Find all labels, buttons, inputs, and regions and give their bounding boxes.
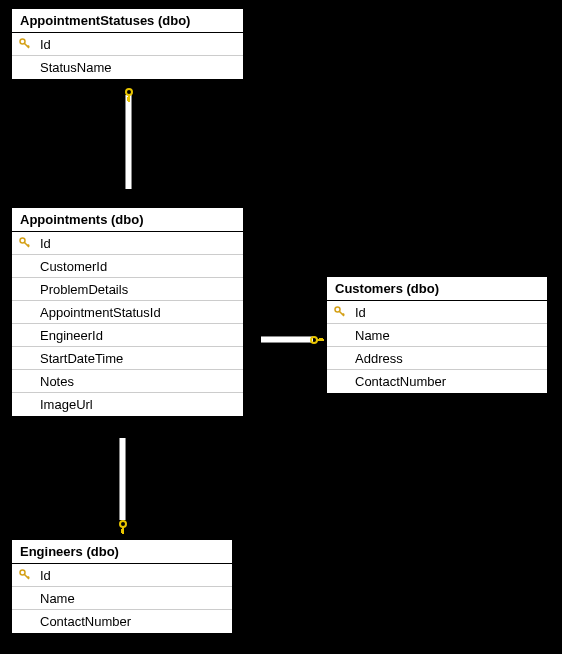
column-name: Address bbox=[349, 351, 403, 366]
foreign-key-icon bbox=[121, 88, 137, 104]
column-name: ContactNumber bbox=[349, 374, 446, 389]
table-row[interactable]: Address bbox=[327, 347, 547, 370]
infinity-icon bbox=[123, 190, 134, 193]
table-row[interactable]: AppointmentStatusId bbox=[12, 301, 243, 324]
svg-point-3 bbox=[20, 570, 25, 575]
connector-line bbox=[119, 438, 126, 520]
primary-key-icon bbox=[331, 306, 349, 318]
primary-key-icon bbox=[16, 38, 34, 50]
column-name: CustomerId bbox=[34, 259, 107, 274]
table-row[interactable]: ImageUrl bbox=[12, 393, 243, 416]
table-row[interactable]: Name bbox=[327, 324, 547, 347]
primary-key-icon bbox=[16, 569, 34, 581]
table-header: AppointmentStatuses (dbo) bbox=[12, 9, 243, 33]
table-row[interactable]: StatusName bbox=[12, 56, 243, 79]
primary-key-icon bbox=[16, 237, 34, 249]
svg-point-4 bbox=[126, 89, 132, 95]
foreign-key-icon bbox=[115, 520, 131, 536]
table-row[interactable]: ProblemDetails bbox=[12, 278, 243, 301]
column-name: Id bbox=[34, 37, 51, 52]
svg-point-0 bbox=[20, 39, 25, 44]
column-name: ContactNumber bbox=[34, 614, 131, 629]
column-name: ProblemDetails bbox=[34, 282, 128, 297]
table-header: Appointments (dbo) bbox=[12, 208, 243, 232]
column-name: Notes bbox=[34, 374, 74, 389]
column-name: StatusName bbox=[34, 60, 112, 75]
connector-line bbox=[125, 95, 132, 189]
column-name: Name bbox=[34, 591, 75, 606]
foreign-key-icon bbox=[310, 332, 326, 348]
table-appointments[interactable]: Appointments (dbo) Id CustomerId Problem… bbox=[11, 207, 244, 417]
column-name: AppointmentStatusId bbox=[34, 305, 161, 320]
column-name: EngineerId bbox=[34, 328, 103, 343]
table-row[interactable]: ContactNumber bbox=[12, 610, 232, 633]
infinity-icon bbox=[249, 335, 252, 346]
svg-point-6 bbox=[120, 521, 126, 527]
table-customers[interactable]: Customers (dbo) Id Name Address ContactN… bbox=[326, 276, 548, 394]
table-row[interactable]: CustomerId bbox=[12, 255, 243, 278]
table-engineers[interactable]: Engineers (dbo) Id Name ContactNumber bbox=[11, 539, 233, 634]
svg-point-5 bbox=[311, 337, 317, 343]
infinity-icon bbox=[117, 426, 128, 429]
svg-point-1 bbox=[20, 238, 25, 243]
column-name: StartDateTime bbox=[34, 351, 123, 366]
table-header: Customers (dbo) bbox=[327, 277, 547, 301]
table-header: Engineers (dbo) bbox=[12, 540, 232, 564]
table-row[interactable]: Notes bbox=[12, 370, 243, 393]
column-name: Id bbox=[34, 236, 51, 251]
column-name: Id bbox=[349, 305, 366, 320]
table-row[interactable]: Id bbox=[12, 232, 243, 255]
connector-line bbox=[261, 336, 313, 343]
table-row[interactable]: ContactNumber bbox=[327, 370, 547, 393]
column-name: Name bbox=[349, 328, 390, 343]
table-row[interactable]: StartDateTime bbox=[12, 347, 243, 370]
column-name: ImageUrl bbox=[34, 397, 93, 412]
table-row[interactable]: EngineerId bbox=[12, 324, 243, 347]
table-row[interactable]: Id bbox=[12, 564, 232, 587]
table-row[interactable]: Id bbox=[12, 33, 243, 56]
svg-point-2 bbox=[335, 307, 340, 312]
table-appointmentstatuses[interactable]: AppointmentStatuses (dbo) Id StatusName bbox=[11, 8, 244, 80]
column-name: Id bbox=[34, 568, 51, 583]
table-row[interactable]: Id bbox=[327, 301, 547, 324]
table-row[interactable]: Name bbox=[12, 587, 232, 610]
